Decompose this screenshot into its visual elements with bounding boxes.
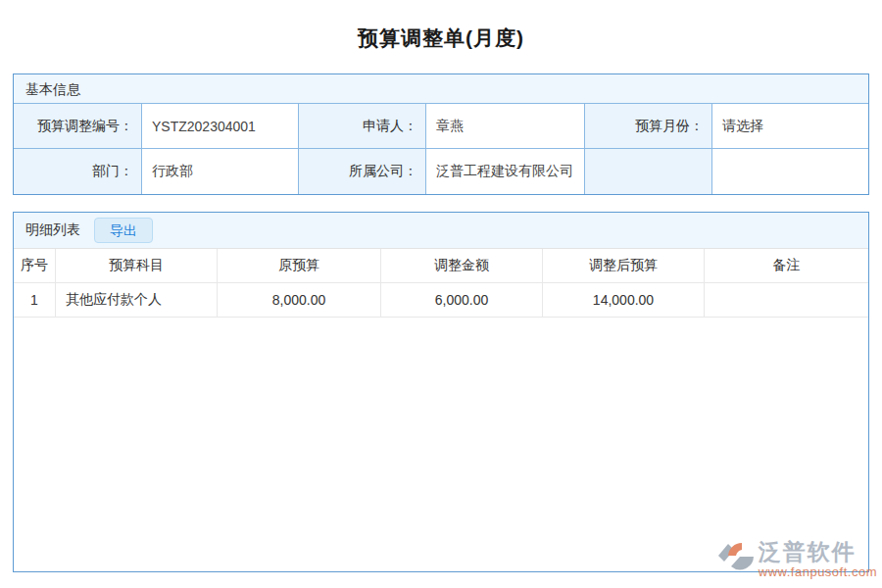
field-label-department: 部门： [14, 149, 142, 194]
basic-info-panel: 基本信息 预算调整编号： YSTZ202304001 申请人： 章燕 预算月份：… [13, 74, 869, 195]
row-cell-adjust-amount: 6,000.00 [381, 283, 543, 318]
field-value-department: 行政部 [142, 149, 299, 194]
field-value-applicant: 章燕 [426, 104, 585, 149]
field-label-adjust-no: 预算调整编号： [14, 104, 142, 149]
detail-list-header: 明细列表 导出 [14, 213, 868, 249]
page-title: 预算调整单(月度) [0, 0, 882, 52]
row-cell-remark [705, 283, 868, 318]
col-header-seq: 序号 [14, 249, 56, 283]
export-button[interactable]: 导出 [94, 218, 153, 243]
detail-list-section-title: 明细列表 [25, 221, 80, 239]
col-header-original-budget: 原预算 [218, 249, 381, 283]
vendor-watermark: 泛普软件 www.fanpusoft.com [717, 539, 877, 578]
basic-info-section-title: 基本信息 [14, 74, 868, 104]
field-label-budget-month: 预算月份： [585, 104, 712, 149]
vendor-url: www.fanpusoft.com [759, 565, 877, 578]
field-value-company: 泛普工程建设有限公司 [426, 149, 585, 194]
row-cell-original-budget: 8,000.00 [218, 283, 381, 318]
fanpu-logo-icon [717, 539, 755, 578]
col-header-subject: 预算科目 [56, 249, 218, 283]
row-cell-after-budget: 14,000.00 [543, 283, 705, 318]
basic-info-grid: 预算调整编号： YSTZ202304001 申请人： 章燕 预算月份： 请选择 … [14, 104, 868, 194]
field-value-adjust-no: YSTZ202304001 [142, 104, 299, 149]
vendor-brand-name: 泛普软件 [759, 541, 857, 564]
field-label-applicant: 申请人： [299, 104, 426, 149]
field-label-company: 所属公司： [299, 149, 426, 194]
field-label-empty [585, 149, 712, 194]
col-header-adjust-amount: 调整金额 [381, 249, 543, 283]
field-value-empty [712, 149, 868, 194]
row-cell-subject: 其他应付款个人 [56, 283, 218, 318]
field-value-budget-month-select[interactable]: 请选择 [712, 104, 868, 149]
col-header-remark: 备注 [705, 249, 868, 283]
row-cell-seq: 1 [14, 283, 56, 318]
detail-table-empty-area [14, 318, 868, 571]
col-header-after-budget: 调整后预算 [543, 249, 705, 283]
detail-table: 序号 预算科目 原预算 调整金额 调整后预算 备注 1 其他应付款个人 8,00… [14, 249, 868, 318]
detail-list-panel: 明细列表 导出 序号 预算科目 原预算 调整金额 调整后预算 备注 1 其他应付… [13, 212, 869, 572]
